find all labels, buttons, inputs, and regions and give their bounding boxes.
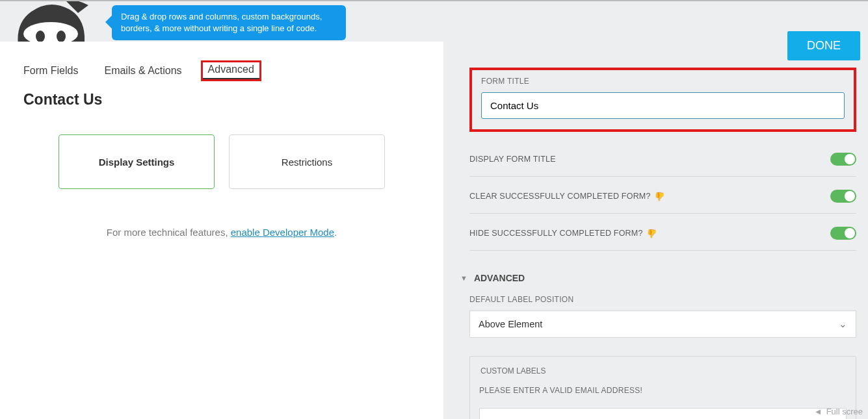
arrow-left-icon: ◄ xyxy=(814,407,822,416)
enable-developer-mode-link[interactable]: enable Developer Mode xyxy=(231,227,334,238)
valid-email-input[interactable] xyxy=(479,408,847,419)
tab-emails-actions[interactable]: Emails & Actions xyxy=(104,64,181,78)
dev-mode-note: For more technical features, enable Deve… xyxy=(23,227,420,238)
help-icon[interactable]: 👎 xyxy=(655,192,665,201)
svg-point-1 xyxy=(36,31,45,42)
setting-hide-completed: HIDE SUCCESSFULLY COMPLETED FORM? 👎 xyxy=(469,214,856,251)
form-title-input[interactable] xyxy=(481,92,845,119)
default-label-pos-label: DEFAULT LABEL POSITION xyxy=(469,295,856,304)
fullscreen-indicator[interactable]: ◄ Full scree xyxy=(814,407,863,416)
advanced-section-label: ADVANCED xyxy=(474,273,525,283)
tab-advanced[interactable]: Advanced xyxy=(203,62,259,79)
custom-labels-legend: CUSTOM LABELS xyxy=(477,366,549,375)
toggle-hide-completed[interactable] xyxy=(830,227,856,240)
help-icon[interactable]: 👎 xyxy=(647,229,657,238)
form-title-section: FORM TITLE xyxy=(469,68,856,132)
setting-display-form-title: DISPLAY FORM TITLE xyxy=(469,140,856,177)
right-panel: FORM TITLE DISPLAY FORM TITLE CLEAR SUCC… xyxy=(455,60,868,419)
caret-down-icon: ▼ xyxy=(460,274,467,282)
valid-email-label: PLEASE ENTER A VALID EMAIL ADDRESS! xyxy=(479,386,847,395)
fullscreen-label: Full scree xyxy=(826,407,863,416)
chevron-down-icon: ⌄ xyxy=(839,318,847,330)
setting-clear-completed: CLEAR SUCCESSFULLY COMPLETED FORM? 👎 xyxy=(469,177,856,214)
toggle-clear-completed[interactable] xyxy=(830,190,856,203)
card-restrictions[interactable]: Restrictions xyxy=(229,134,385,189)
svg-point-2 xyxy=(57,31,66,42)
done-button[interactable]: DONE xyxy=(787,31,860,60)
dev-note-text: For more technical features, xyxy=(107,227,231,238)
form-title-label: FORM TITLE xyxy=(481,77,845,86)
toggle-display-form-title[interactable] xyxy=(830,153,856,166)
default-label-position: DEFAULT LABEL POSITION Above Element ⌄ xyxy=(469,295,856,338)
default-label-pos-value: Above Element xyxy=(479,319,542,329)
tooltip-callout: Drag & drop rows and columns, custom bac… xyxy=(112,5,346,40)
display-form-title-label: DISPLAY FORM TITLE xyxy=(469,155,556,164)
advanced-section-header[interactable]: ▼ ADVANCED xyxy=(460,273,856,283)
default-label-pos-select[interactable]: Above Element ⌄ xyxy=(469,311,856,338)
tab-form-fields[interactable]: Form Fields xyxy=(23,64,78,78)
page-title: Contact Us xyxy=(23,91,420,108)
left-panel: Form Fields Emails & Actions Advanced Co… xyxy=(0,42,443,419)
card-display-settings[interactable]: Display Settings xyxy=(59,134,215,189)
tabs: Form Fields Emails & Actions Advanced xyxy=(23,42,420,78)
header-area: Drag & drop rows and columns, custom bac… xyxy=(0,1,868,42)
ninja-logo xyxy=(12,0,90,45)
clear-completed-label: CLEAR SUCCESSFULLY COMPLETED FORM? xyxy=(469,192,651,201)
card-row: Display Settings Restrictions xyxy=(59,134,420,189)
custom-labels-fieldset: CUSTOM LABELS PLEASE ENTER A VALID EMAIL… xyxy=(469,356,856,419)
hide-completed-label: HIDE SUCCESSFULLY COMPLETED FORM? xyxy=(469,229,643,238)
